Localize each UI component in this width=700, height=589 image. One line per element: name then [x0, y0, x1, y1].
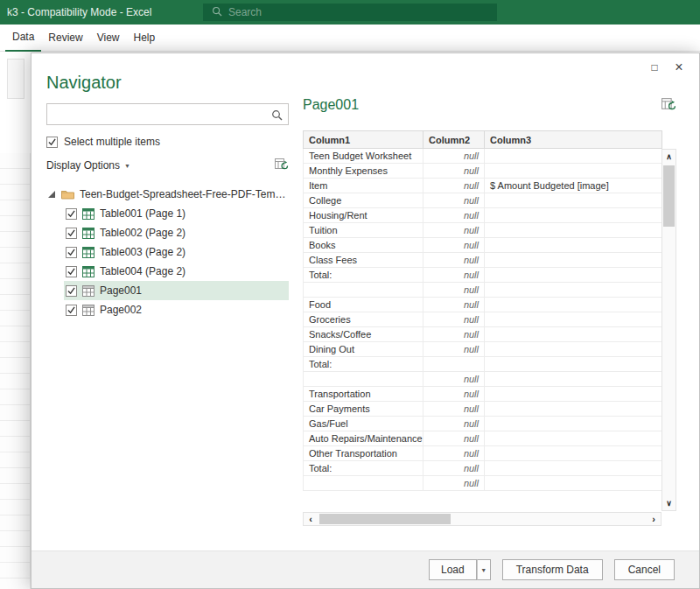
table-row: Auto Repairs/Maintenancenull — [304, 431, 662, 446]
tree-expander-icon[interactable] — [48, 191, 55, 198]
ribbon-button-fragment — [7, 59, 24, 99]
preview-table: Column1Column2Column3 Teen Budget Worksh… — [303, 130, 662, 491]
refresh-icon[interactable] — [275, 158, 289, 173]
select-multiple-checkbox[interactable] — [46, 137, 58, 148]
null-value: null — [464, 448, 479, 459]
tab-view[interactable]: View — [90, 25, 127, 51]
table-cell: Groceries — [304, 312, 424, 327]
close-icon[interactable]: × — [669, 59, 689, 76]
null-value: null — [464, 240, 479, 250]
horizontal-scrollbar[interactable]: ‹ › — [303, 512, 662, 526]
table-row: Class Feesnull — [304, 253, 662, 268]
item-checkbox[interactable] — [66, 208, 77, 220]
scroll-down-icon[interactable]: ∨ — [662, 496, 676, 510]
table-row: Itemnull$ Amount Budgeted [image] — [304, 179, 662, 193]
table-cell: Monthly Expenses — [304, 164, 424, 179]
item-checkbox[interactable] — [66, 247, 77, 258]
table-cell — [485, 327, 662, 342]
table-cell: null — [424, 446, 485, 461]
scroll-left-icon[interactable]: ‹ — [304, 513, 318, 525]
table-cell: null — [424, 417, 485, 431]
item-checkbox[interactable] — [66, 305, 77, 316]
search-icon — [271, 109, 283, 124]
table-cell — [485, 223, 662, 238]
load-button[interactable]: Load — [429, 559, 477, 580]
table-cell — [485, 402, 662, 417]
vertical-scrollbar[interactable]: ∧ ∨ — [662, 149, 676, 511]
null-value: null — [464, 151, 479, 161]
maximize-icon[interactable]: □ — [645, 59, 664, 76]
tree-item-label: Page002 — [100, 304, 142, 316]
ribbon-tabs: DataReviewViewHelp — [0, 25, 700, 52]
tree-root[interactable]: Teen-Budget-Spreadsheet-Free-PDF-Templat… — [46, 185, 289, 204]
display-options-row: Display Options ▼ — [46, 158, 289, 173]
table-cell — [485, 387, 662, 402]
horizontal-scroll-thumb[interactable] — [319, 514, 451, 524]
search-input[interactable] — [52, 104, 262, 124]
select-multiple-label: Select multiple items — [64, 136, 160, 148]
tree-item-label: Table001 (Page 1) — [100, 207, 186, 220]
table-cell — [485, 357, 662, 372]
display-options-button[interactable]: Display Options — [46, 159, 120, 172]
tree-item-label: Table004 (Page 2) — [100, 265, 186, 277]
table-cell: null — [424, 238, 485, 253]
table-cell: null — [424, 387, 485, 402]
table-cell — [485, 476, 662, 491]
titlebar-search[interactable]: Search — [203, 4, 497, 21]
table-cell: null — [424, 268, 485, 283]
null-value: null — [464, 463, 479, 473]
table-cell: null — [424, 461, 485, 476]
table-cell — [485, 417, 662, 431]
tree-item-table004-page-2[interactable]: Table004 (Page 2) — [64, 262, 289, 281]
tab-data[interactable]: Data — [5, 24, 41, 52]
refresh-preview-icon[interactable] — [662, 97, 676, 115]
item-checkbox[interactable] — [66, 228, 77, 239]
table-row: null — [304, 372, 662, 387]
scroll-right-icon[interactable]: › — [647, 513, 661, 525]
tab-help[interactable]: Help — [127, 25, 163, 51]
null-value: null — [464, 329, 479, 340]
table-cell: null — [424, 298, 485, 312]
table-row: Other Transportationnull — [304, 446, 662, 461]
tree-item-table003-page-2[interactable]: Table003 (Page 2) — [64, 242, 289, 262]
excel-titlebar: k3 - Compatibility Mode - Excel Search — [0, 0, 700, 25]
item-checkbox[interactable] — [66, 266, 77, 277]
tree-item-table002-page-2[interactable]: Table002 (Page 2) — [64, 223, 289, 242]
table-cell: Dining Out — [304, 342, 424, 357]
null-value: null — [464, 389, 479, 399]
navigator-search-box[interactable] — [46, 103, 289, 125]
table-row: Total: — [304, 357, 662, 372]
null-value: null — [464, 374, 479, 384]
tab-review[interactable]: Review — [41, 25, 89, 51]
table-cell: Total: — [304, 357, 424, 372]
navigator-tree: Teen-Budget-Spreadsheet-Free-PDF-Templat… — [46, 185, 289, 319]
page-icon — [82, 305, 94, 316]
table-row: Foodnull — [304, 298, 662, 312]
item-checkbox[interactable] — [66, 285, 77, 297]
select-multiple-row: Select multiple items — [46, 136, 289, 148]
table-row: Dining Outnull — [304, 342, 662, 357]
table-cell: College — [304, 193, 424, 208]
scroll-up-icon[interactable]: ∧ — [662, 150, 676, 164]
table-cell: Gas/Fuel — [304, 417, 424, 431]
tree-item-page002[interactable]: Page002 — [64, 300, 289, 319]
load-dropdown-button[interactable]: ▼ — [477, 559, 491, 580]
preview-table-body: Teen Budget WorksheetnullMonthly Expense… — [304, 149, 662, 491]
cancel-button[interactable]: Cancel — [614, 559, 675, 580]
vertical-scroll-thumb[interactable] — [663, 165, 675, 227]
table-row: Snacks/Coffeenull — [304, 327, 662, 342]
column-header: Column1 — [304, 131, 424, 149]
transform-data-button[interactable]: Transform Data — [502, 559, 603, 580]
dialog-footer: Load ▼ Transform Data Cancel — [32, 550, 699, 588]
table-cell: Auto Repairs/Maintenance — [304, 431, 424, 446]
tree-item-page001[interactable]: Page001 — [64, 281, 289, 300]
tree-item-table001-page-1[interactable]: Table001 (Page 1) — [64, 204, 289, 223]
table-cell — [485, 253, 662, 268]
table-cell: null — [424, 327, 485, 342]
search-placeholder: Search — [228, 6, 262, 18]
table-cell: null — [424, 253, 485, 268]
table-cell — [485, 283, 662, 298]
table-cell: Other Transportation — [304, 446, 424, 461]
table-cell — [485, 193, 662, 208]
table-row: Housing/Rentnull — [304, 208, 662, 223]
